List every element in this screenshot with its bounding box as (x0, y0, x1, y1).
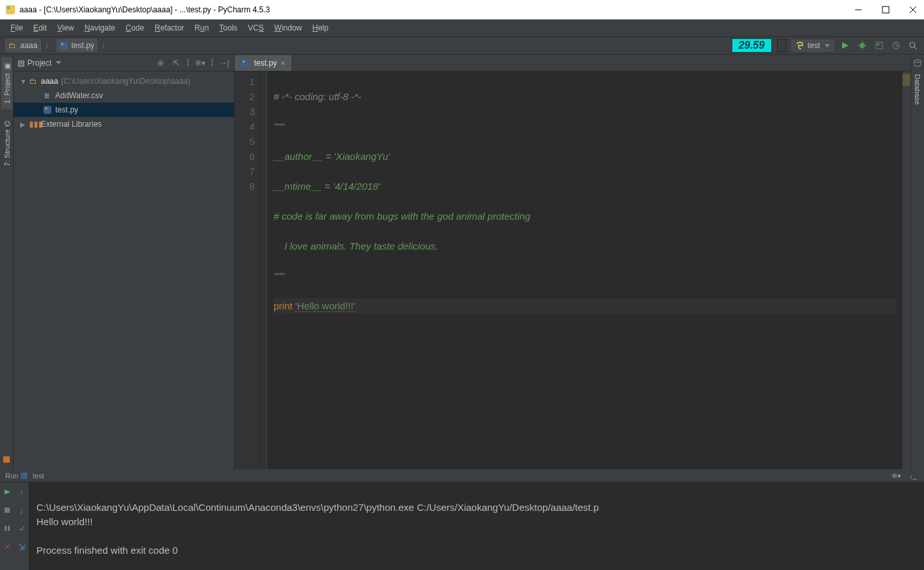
leftbar-extra-icon[interactable] (1, 454, 12, 465)
editor-area: test.py × 1 2 3 4 5 6 7 8 # -*- coding: … (235, 55, 910, 469)
console-line: C:\Users\XiaokangYu\AppData\Local\Contin… (36, 502, 599, 513)
console-line: Process finished with exit code 0 (36, 545, 178, 556)
editor-scroll-marker[interactable] (903, 71, 910, 469)
editor-tab-test[interactable]: test.py × (235, 55, 292, 71)
database-tab-icon[interactable] (912, 57, 923, 69)
timer-extra (777, 39, 786, 52)
hide-panel-icon[interactable]: →| (218, 57, 230, 69)
file-icon: 🗏 (44, 92, 53, 99)
run-panel-header: Run test ✲▾ ↓_ (0, 470, 924, 482)
menu-refactor[interactable]: Refactor (149, 22, 189, 34)
tree-file-py[interactable]: test.py (14, 103, 234, 117)
project-tab-label: 1: Project (3, 73, 10, 103)
menu-edit[interactable]: Edit (28, 22, 52, 34)
chevron-down-icon[interactable] (56, 61, 61, 64)
coverage-button[interactable] (873, 40, 885, 51)
svg-point-24 (914, 60, 921, 62)
right-tool-window-bar: Database (910, 55, 924, 469)
fold-gutter[interactable] (261, 71, 267, 469)
soft-wrap-icon[interactable]: ⤶ (16, 523, 27, 534)
tree-external-libraries[interactable]: ▶ ▮▮▮ External Libraries (14, 117, 234, 131)
svg-rect-6 (60, 42, 68, 49)
hide-panel-icon[interactable]: ↓_ (907, 470, 919, 482)
stop-button[interactable] (1, 504, 13, 516)
menu-run[interactable]: Run (189, 22, 214, 34)
run-toolbar-nav: ↑ ↓ ⤶ ⇲ (14, 482, 29, 570)
run-tool-window: Run test ✲▾ ↓_ ↑ ↓ ⤶ ⇲ C:\Users\Xiaokang… (0, 469, 924, 570)
gear-icon[interactable]: ✲▾ (890, 470, 902, 482)
toolwindow-tab-project[interactable]: 1: Project ▣ (1, 57, 12, 109)
close-tab-icon[interactable]: × (281, 59, 285, 67)
pause-button[interactable] (1, 523, 13, 534)
folder-icon: 🗀 (8, 41, 18, 50)
menu-tools[interactable]: Tools (214, 22, 242, 34)
menu-code[interactable]: Code (120, 22, 149, 34)
menu-navigate[interactable]: Navigate (79, 22, 120, 34)
up-button[interactable]: ↑ (16, 486, 27, 498)
svg-marker-26 (5, 489, 10, 495)
database-tab-label: Database (914, 74, 921, 105)
svg-rect-15 (877, 44, 879, 45)
svg-rect-22 (241, 59, 249, 67)
close-button[interactable] (907, 4, 919, 16)
project-panel-header: ▤ Project ⊕ ⇱ | ✲▾ | →| (14, 55, 234, 71)
tree-file-label: AddWater.csv (55, 91, 103, 100)
svg-rect-29 (8, 526, 10, 531)
tree-file-label: test.py (55, 105, 78, 114)
toolwindow-tab-structure[interactable]: 7: Structure ⌬ (1, 115, 12, 172)
code-content[interactable]: # -*- coding: utf-8 -*- """ __author__ =… (267, 71, 903, 469)
menu-vcs[interactable]: VCS (242, 22, 269, 34)
breadcrumb-project[interactable]: 🗀 aaaa (5, 39, 41, 52)
maximize-button[interactable] (880, 4, 892, 16)
menu-help[interactable]: Help (307, 22, 334, 34)
debug-button[interactable] (856, 40, 868, 51)
chevron-right-icon: 〉 (45, 40, 53, 51)
window-titlebar: aaaa - [C:\Users\XiaokangYu\Desktop\aaaa… (0, 0, 924, 19)
editor-tab-label: test.py (254, 58, 277, 68)
structure-tab-icon: ⌬ (3, 120, 11, 127)
library-icon: ▮▮▮ (29, 120, 38, 129)
project-tab-icon: ▣ (3, 62, 11, 71)
arrow-down-icon[interactable]: ▼ (20, 78, 27, 85)
menu-file[interactable]: File (5, 22, 28, 34)
console-output[interactable]: C:\Users\XiaokangYu\AppData\Local\Contin… (29, 482, 924, 570)
search-everywhere-button[interactable] (907, 40, 919, 51)
structure-tab-label: 7: Structure (3, 129, 10, 166)
arrow-right-icon[interactable]: ▶ (20, 121, 27, 128)
console-line: Hello world!!! (36, 516, 93, 527)
window-title: aaaa - [C:\Users\XiaokangYu\Desktop\aaaa… (19, 5, 853, 14)
tree-root-path: (C:\Users\XiaokangYu\Desktop\aaaa) (61, 77, 190, 86)
run-button[interactable] (840, 40, 851, 51)
scroll-end-icon[interactable]: ⇲ (16, 541, 27, 552)
tree-file-csv[interactable]: 🗏 AddWater.csv (14, 88, 234, 103)
editor-tabs: test.py × (235, 55, 910, 71)
menu-window[interactable]: Window (269, 22, 307, 34)
update-button[interactable] (890, 40, 902, 51)
rerun-button[interactable] (1, 486, 13, 498)
breadcrumb-file[interactable]: test.py (57, 39, 97, 52)
timer-display: 29.59 (732, 38, 772, 53)
minimize-button[interactable] (853, 4, 864, 16)
svg-rect-27 (5, 508, 10, 513)
python-icon (21, 473, 30, 479)
svg-point-9 (860, 43, 865, 48)
svg-rect-25 (21, 473, 27, 479)
gear-icon[interactable]: ✲▾ (194, 57, 206, 69)
main-area: 1: Project ▣ 7: Structure ⌬ ▤ Project ⊕ … (0, 55, 924, 469)
collapse-icon[interactable]: ⇱ (170, 57, 182, 69)
project-tree[interactable]: ▼ 🗀 aaaa (C:\Users\XiaokangYu\Desktop\aa… (14, 71, 234, 469)
pycharm-icon (5, 5, 16, 15)
target-icon[interactable]: ⊕ (155, 57, 166, 69)
navigation-bar: 🗀 aaaa 〉 test.py 〉 29.59 test (0, 36, 924, 55)
close-run-button[interactable] (1, 541, 13, 552)
down-button[interactable]: ↓ (16, 504, 27, 516)
menu-view[interactable]: View (52, 22, 79, 34)
tree-project-root[interactable]: ▼ 🗀 aaaa (C:\Users\XiaokangYu\Desktop\aa… (14, 74, 234, 88)
left-tool-window-bar: 1: Project ▣ 7: Structure ⌬ (0, 55, 14, 469)
svg-rect-1 (7, 6, 10, 9)
run-config-selector[interactable]: test (791, 40, 834, 51)
code-editor[interactable]: 1 2 3 4 5 6 7 8 # -*- coding: utf-8 -*- … (235, 71, 910, 469)
toolwindow-tab-database[interactable]: Database (912, 69, 923, 110)
svg-marker-8 (842, 42, 849, 49)
project-tool-window: ▤ Project ⊕ ⇱ | ✲▾ | →| ▼ 🗀 aaaa (C:\Use… (14, 55, 235, 469)
